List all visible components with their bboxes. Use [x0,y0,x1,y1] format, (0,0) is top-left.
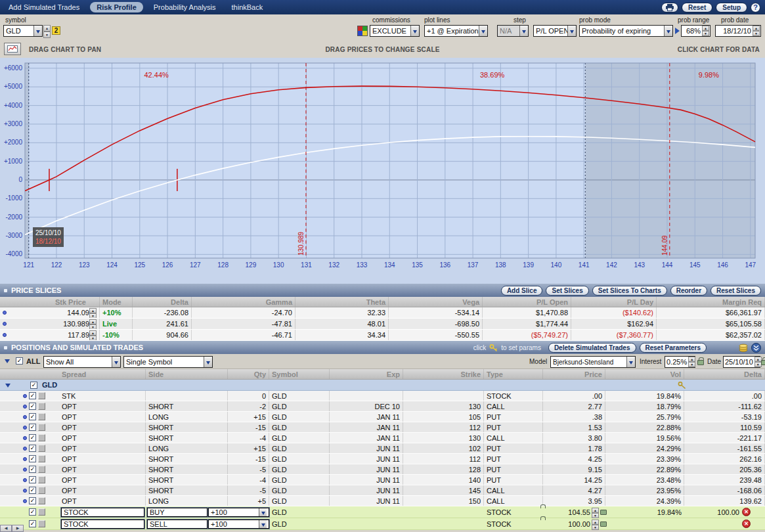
params-hint-post: to set params [501,344,541,351]
prob-date-spinner[interactable]: 18/12/10▲▼ [715,25,761,37]
column-header-margin-req: Margin Req [657,297,765,307]
row-checkbox[interactable]: ✓ [29,403,36,410]
tab-thinkback[interactable]: thinkBack [227,1,269,13]
help-icon[interactable]: ? [751,3,760,12]
sim-price-stepper[interactable]: ▲▼ [592,520,599,529]
row-checkbox[interactable]: ✓ [29,445,36,452]
slice-price-stepper[interactable]: ▲▼ [89,308,97,317]
stepper-arrows[interactable]: ▲▼ [753,26,760,36]
plot-lines-dropdown[interactable]: +1 @ Expiration [424,25,488,37]
group-checkbox[interactable]: ✓ [30,382,37,389]
column-header-spread: Spread [59,369,146,379]
tab-risk-profile[interactable]: Risk Profile [90,2,143,12]
param-box-button[interactable] [38,445,45,452]
param-box-button[interactable] [38,497,45,504]
model-dropdown[interactable]: Bjerksund-Stensland [550,356,636,368]
date-lock-icon[interactable] [761,360,765,365]
reset-button[interactable]: Reset [682,3,712,12]
interest-spinner[interactable]: 0.25%▲▼ [665,356,695,368]
prob-mode-dropdown[interactable]: Probability of expiring [579,25,673,37]
param-box-button[interactable] [38,434,45,441]
param-box-button[interactable] [38,455,45,462]
row-checkbox[interactable]: ✓ [29,487,36,494]
param-box-button[interactable] [38,476,45,483]
collapse-section-icon[interactable] [751,343,761,353]
row-checkbox[interactable]: ✓ [29,413,36,420]
set-slices-to-charts-button[interactable]: Set Slices To Charts [592,286,667,296]
scroll-right-button[interactable]: ▶ [12,525,24,532]
reset-slices-button[interactable]: Reset Slices [710,286,761,296]
sim-price-spinner[interactable]: 104.55▲▼ [540,508,607,517]
sim-checkbox[interactable]: ✓ [29,508,36,516]
param-box-button[interactable] [38,466,45,473]
risk-graph[interactable]: +6000+5000+4000+3000+2000+10000-1000-200… [0,58,765,284]
collapse-triangle-icon[interactable] [5,384,11,388]
stepper-arrows[interactable]: ▲▼ [702,26,709,36]
chevron-down-icon [479,26,487,36]
setup-button[interactable]: Setup [716,3,747,12]
row-checkbox[interactable]: ✓ [29,434,36,441]
param-box-button[interactable] [38,413,45,420]
sim-side-dropdown[interactable]: BUY [147,508,208,517]
sim-side-dropdown[interactable]: SELL [147,520,208,529]
param-box-button[interactable] [38,508,45,516]
symbol-filter-dropdown[interactable]: Single Symbol [123,356,213,368]
tab-probability-analysis[interactable]: Probability Analysis [148,1,221,13]
delete-trade-button[interactable]: ✕ [742,520,751,528]
commissions-grid-icon[interactable] [357,26,368,36]
param-box-button[interactable] [38,487,45,494]
sim-price-spinner[interactable]: 100.00▲▼ [540,520,607,529]
print-button[interactable] [661,3,678,12]
collapse-triangle-icon[interactable] [5,359,10,363]
show-all-dropdown[interactable]: Show All [43,356,121,368]
reorder-button[interactable]: Reorder [670,286,707,296]
row-checkbox[interactable]: ✓ [29,466,36,473]
row-checkbox[interactable]: ✓ [29,392,36,399]
row-checkbox[interactable]: ✓ [29,455,36,462]
step-dropdown[interactable]: N/A [497,25,529,37]
interest-lock-icon[interactable] [697,360,704,365]
chart-style-button[interactable] [4,43,21,55]
printer-icon [665,4,674,11]
price-lock-icon[interactable] [600,521,607,527]
add-slice-button[interactable]: Add Slice [501,286,543,296]
prob-range-spinner[interactable]: 68%▲▼ [681,25,710,37]
pl-mode-dropdown[interactable]: P/L OPEN [533,25,577,37]
param-box-button[interactable] [38,403,45,410]
tab-add-simulated-trades[interactable]: Add Simulated Trades [3,1,85,13]
date-spinner[interactable]: 25/10/10▲▼ [723,356,760,368]
row-checkbox[interactable]: ✓ [29,476,36,483]
cell-theta: 34.34 [295,330,389,340]
delete-simulated-trades-button[interactable]: Delete Simulated Trades [548,343,636,353]
set-slices-button[interactable]: Set Slices [546,286,588,296]
sim-spread-dropdown[interactable]: STOCK [61,520,144,529]
stepper-arrows[interactable]: ▲▼ [688,357,695,367]
sim-checkbox[interactable]: ✓ [29,520,36,527]
sim-qty-dropdown[interactable]: +100 [208,508,269,517]
all-checkbox[interactable]: ✓ [16,357,23,365]
commissions-dropdown[interactable]: EXCLUDE [370,25,420,37]
group-params-icon[interactable] [678,381,686,390]
column-header-vega: Vega [389,297,483,307]
slice-price-stepper[interactable]: ▲▼ [89,319,97,328]
symbol-stepper[interactable]: ▲▼ [43,25,51,37]
param-box-button[interactable] [38,392,45,399]
row-checkbox[interactable]: ✓ [29,424,36,431]
reset-parameters-button[interactable]: Reset Parameters [640,343,707,353]
row-indicator-icon [23,426,27,430]
delete-trade-button[interactable]: ✕ [742,508,751,516]
expander-triangle-icon[interactable] [675,28,680,34]
sim-price-stepper[interactable]: ▲▼ [592,508,599,517]
row-checkbox[interactable]: ✓ [29,497,36,504]
scroll-left-button[interactable]: ◀ [0,525,12,532]
sim-qty-dropdown[interactable]: +100 [208,520,269,529]
param-box-button[interactable] [38,424,45,431]
horizontal-scrollbar[interactable]: ◀ ▶ [0,525,24,532]
symbol-combo[interactable]: GLD [3,25,43,37]
cell-pl_day: ($140.62) [571,307,657,318]
param-box-button[interactable] [38,520,45,527]
slice-price-stepper[interactable]: ▲▼ [89,330,97,340]
symbol-group-row[interactable]: ✓ GLD [0,380,765,391]
coins-icon[interactable] [739,344,748,352]
sim-spread-dropdown[interactable]: STOCK [61,508,144,517]
